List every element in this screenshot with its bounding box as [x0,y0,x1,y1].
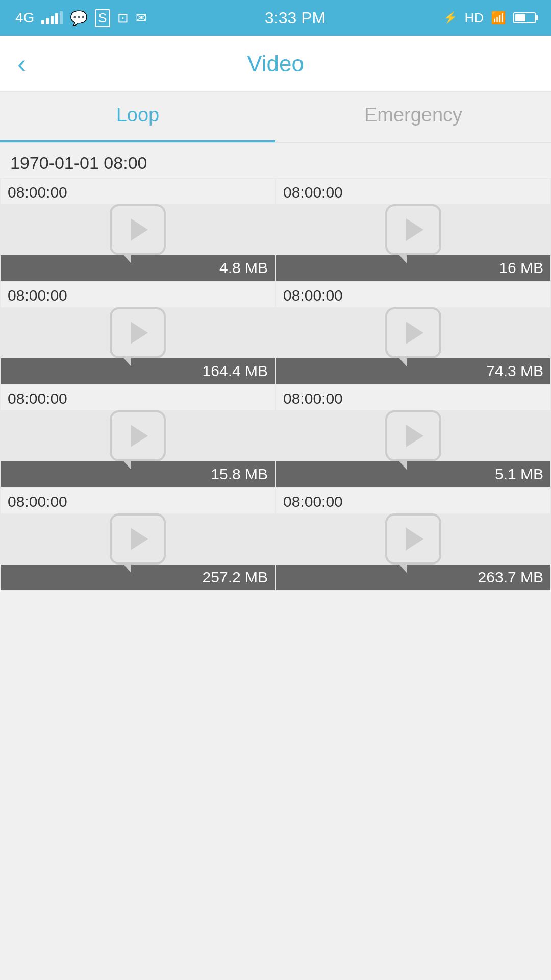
video-cell-4[interactable]: 08:00:0015.8 MB [0,384,276,487]
date-header: 1970-01-01 08:00 [0,143,551,178]
s-icon: S [95,9,110,27]
tab-loop-underline [0,140,276,142]
video-cell-1[interactable]: 08:00:0016 MB [276,178,551,281]
play-icon-wrapper-1 [385,204,441,255]
tab-bar: Loop Emergency [0,92,551,143]
video-cell-5[interactable]: 08:00:005.1 MB [276,384,551,487]
status-left: 4G 💬 S ⊡ ✉ [15,9,147,27]
tab-emergency[interactable]: Emergency [276,92,551,142]
video-cell-6[interactable]: 08:00:00257.2 MB [0,487,276,591]
video-timestamp-0: 08:00:00 [1,179,275,204]
play-triangle-6 [131,528,148,550]
play-triangle-3 [406,322,423,344]
play-icon-wrapper-3 [385,307,441,358]
tab-emergency-label: Emergency [364,104,462,126]
video-thumbnail-5 [276,410,550,461]
video-timestamp-5: 08:00:00 [276,385,550,410]
play-icon-wrapper-0 [110,204,166,255]
hd-label: HD [464,10,484,26]
video-cell-7[interactable]: 08:00:00263.7 MB [276,487,551,591]
play-icon-wrapper-7 [385,513,441,565]
video-cell-3[interactable]: 08:00:0074.3 MB [276,281,551,384]
video-cell-0[interactable]: 08:00:004.8 MB [0,178,276,281]
video-timestamp-1: 08:00:00 [276,179,550,204]
status-right: ⚡ HD 📶 [443,10,536,26]
video-timestamp-6: 08:00:00 [1,488,275,513]
video-size-0: 4.8 MB [1,255,275,281]
video-timestamp-2: 08:00:00 [1,282,275,307]
wechat-icon: 💬 [70,10,88,27]
status-time: 3:33 PM [265,9,325,28]
video-thumbnail-4 [1,410,275,461]
tab-loop-label: Loop [116,104,160,126]
play-triangle-1 [406,218,423,241]
signal-bar-3 [51,16,54,24]
video-size-2: 164.4 MB [1,358,275,384]
play-triangle-0 [131,218,148,241]
video-thumbnail-6 [1,513,275,565]
video-thumbnail-3 [276,307,550,358]
email-icon: ✉ [136,10,147,26]
video-thumbnail-1 [276,204,550,255]
play-triangle-2 [131,322,148,344]
network-label: 4G [15,10,34,26]
play-icon-wrapper-5 [385,410,441,461]
page-title: Video [247,51,304,77]
play-triangle-7 [406,528,423,550]
video-timestamp-4: 08:00:00 [1,385,275,410]
video-grid: 08:00:004.8 MB08:00:0016 MB08:00:00164.4… [0,178,551,591]
app-header: ‹ Video [0,36,551,92]
video-size-5: 5.1 MB [276,461,550,487]
charging-icon: ⚡ [443,11,457,24]
video-thumbnail-2 [1,307,275,358]
video-size-3: 74.3 MB [276,358,550,384]
message-icon: ⊡ [117,10,129,26]
play-icon-wrapper-2 [110,307,166,358]
video-timestamp-7: 08:00:00 [276,488,550,513]
video-timestamp-3: 08:00:00 [276,282,550,307]
wifi-icon: 📶 [491,11,506,25]
play-icon-wrapper-4 [110,410,166,461]
play-triangle-4 [131,425,148,447]
video-size-4: 15.8 MB [1,461,275,487]
video-size-6: 257.2 MB [1,565,275,590]
signal-bars [41,11,63,24]
video-cell-2[interactable]: 08:00:00164.4 MB [0,281,276,384]
video-size-7: 263.7 MB [276,565,550,590]
signal-bar-1 [41,20,44,24]
video-size-1: 16 MB [276,255,550,281]
play-icon-wrapper-6 [110,513,166,565]
status-bar: 4G 💬 S ⊡ ✉ 3:33 PM ⚡ HD 📶 [0,0,551,36]
signal-bar-4 [55,13,58,24]
tab-loop[interactable]: Loop [0,92,276,142]
video-thumbnail-0 [1,204,275,255]
signal-bar-5 [60,11,63,24]
back-button[interactable]: ‹ [17,51,26,77]
battery-fill [515,14,525,21]
video-thumbnail-7 [276,513,550,565]
battery-icon [513,12,536,23]
signal-bar-2 [46,18,49,24]
play-triangle-5 [406,425,423,447]
